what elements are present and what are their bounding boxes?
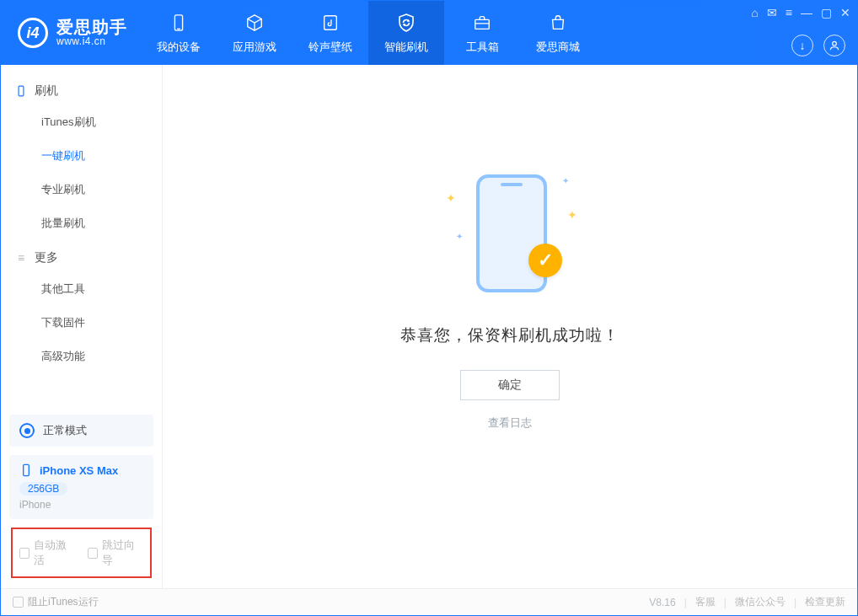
checkbox-skip-guide[interactable]: 跳过向导 bbox=[88, 538, 144, 568]
shirt-icon[interactable]: ⌂ bbox=[751, 6, 758, 19]
svg-rect-3 bbox=[475, 19, 490, 29]
device-name-row: iPhone XS Max bbox=[19, 463, 143, 477]
confirm-button[interactable]: 确定 bbox=[460, 370, 560, 400]
body: 刷机 iTunes刷机 一键刷机 专业刷机 批量刷机 ≡ 更多 其他工具 下载固… bbox=[1, 65, 857, 588]
sparkle-icon: ✦ bbox=[446, 191, 456, 205]
sidebar-scroll: 刷机 iTunes刷机 一键刷机 专业刷机 批量刷机 ≡ 更多 其他工具 下载固… bbox=[1, 65, 162, 406]
titlebar-controls: ⌂ ✉ ≡ — ▢ ✕ bbox=[751, 6, 850, 19]
checkbox-block-itunes[interactable]: 阻止iTunes运行 bbox=[13, 595, 99, 609]
tab-label: 爱思商城 bbox=[536, 40, 580, 55]
device-capacity-badge: 256GB bbox=[19, 482, 67, 495]
app-site: www.i4.cn bbox=[56, 36, 127, 47]
mode-label: 正常模式 bbox=[43, 423, 87, 438]
checkbox-icon bbox=[88, 548, 98, 559]
device-phone-icon bbox=[19, 463, 33, 477]
svg-rect-0 bbox=[174, 15, 182, 30]
tab-label: 我的设备 bbox=[157, 40, 201, 55]
tab-label: 铃声壁纸 bbox=[308, 40, 352, 55]
success-message: 恭喜您，保资料刷机成功啦！ bbox=[400, 324, 619, 346]
sparkle-icon: ✦ bbox=[562, 176, 569, 185]
logo-icon: i4 bbox=[18, 18, 48, 48]
device-card[interactable]: iPhone XS Max 256GB iPhone bbox=[9, 455, 153, 519]
cube-icon bbox=[243, 11, 266, 35]
footer-right: V8.16 | 客服 | 微信公众号 | 检查更新 bbox=[649, 595, 845, 609]
logo: i4 爱思助手 www.i4.cn bbox=[1, 1, 141, 65]
sidebar-group-more: ≡ 更多 bbox=[1, 240, 162, 272]
mode-indicator-icon bbox=[19, 423, 35, 438]
checkbox-icon bbox=[19, 548, 29, 559]
checkbox-icon bbox=[13, 597, 24, 608]
tab-store[interactable]: 爱思商城 bbox=[520, 1, 596, 65]
tab-label: 应用游戏 bbox=[233, 40, 276, 55]
view-log-link[interactable]: 查看日志 bbox=[488, 415, 532, 431]
check-badge-icon: ✓ bbox=[528, 244, 562, 277]
device-icon bbox=[167, 11, 190, 35]
sidebar-item-download-firmware[interactable]: 下载固件 bbox=[1, 306, 162, 340]
device-name: iPhone XS Max bbox=[40, 464, 118, 477]
sidebar-item-advanced[interactable]: 高级功能 bbox=[1, 340, 162, 373]
account-button[interactable] bbox=[823, 35, 845, 56]
tab-label: 工具箱 bbox=[466, 40, 499, 55]
sidebar-item-other-tools[interactable]: 其他工具 bbox=[1, 272, 162, 306]
phone-icon bbox=[14, 84, 28, 98]
separator: | bbox=[684, 597, 687, 608]
device-type: iPhone bbox=[19, 499, 143, 511]
header: i4 爱思助手 www.i4.cn 我的设备 应用游戏 铃声壁纸 智能刷机 bbox=[1, 1, 857, 65]
group-title: 刷机 bbox=[35, 83, 58, 99]
sidebar-item-pro-flash[interactable]: 专业刷机 bbox=[1, 173, 162, 206]
sidebar-bottom: 正常模式 iPhone XS Max 256GB iPhone 自动激活 bbox=[1, 406, 162, 588]
sidebar: 刷机 iTunes刷机 一键刷机 专业刷机 批量刷机 ≡ 更多 其他工具 下载固… bbox=[1, 65, 163, 588]
shield-refresh-icon bbox=[394, 11, 418, 35]
app-name: 爱思助手 bbox=[56, 18, 127, 36]
tab-smart-flash[interactable]: 智能刷机 bbox=[368, 1, 444, 65]
tab-toolbox[interactable]: 工具箱 bbox=[444, 1, 520, 65]
sidebar-item-itunes-flash[interactable]: iTunes刷机 bbox=[1, 105, 162, 139]
svg-rect-6 bbox=[24, 464, 29, 475]
main-panel: ✦ ✦ ✦ ✦ ✓ 恭喜您，保资料刷机成功啦！ 确定 查看日志 bbox=[163, 65, 857, 588]
minimize-button[interactable]: — bbox=[801, 6, 812, 19]
menu-lines-icon: ≡ bbox=[14, 251, 28, 265]
sparkle-icon: ✦ bbox=[456, 232, 463, 241]
tab-ringtone-wallpaper[interactable]: 铃声壁纸 bbox=[292, 1, 368, 65]
checkbox-label: 阻止iTunes运行 bbox=[28, 595, 99, 609]
header-actions: ↓ bbox=[791, 35, 845, 56]
sparkle-icon: ✦ bbox=[567, 208, 577, 222]
maximize-button[interactable]: ▢ bbox=[821, 6, 832, 19]
tab-label: 智能刷机 bbox=[384, 40, 428, 55]
toolbox-icon bbox=[470, 11, 494, 35]
sidebar-group-flash: 刷机 bbox=[1, 73, 162, 105]
svg-rect-5 bbox=[19, 86, 24, 96]
group-title: 更多 bbox=[35, 250, 58, 265]
checkbox-auto-activate[interactable]: 自动激活 bbox=[19, 538, 76, 568]
download-button[interactable]: ↓ bbox=[791, 35, 813, 56]
footer-link-update[interactable]: 检查更新 bbox=[805, 595, 845, 609]
separator: | bbox=[724, 597, 727, 608]
logo-text: 爱思助手 www.i4.cn bbox=[56, 18, 127, 47]
version-label: V8.16 bbox=[649, 597, 675, 608]
separator: | bbox=[794, 597, 796, 608]
close-button[interactable]: ✕ bbox=[840, 6, 850, 19]
checkbox-label: 自动激活 bbox=[34, 538, 75, 568]
footer: 阻止iTunes运行 V8.16 | 客服 | 微信公众号 | 检查更新 bbox=[1, 588, 857, 615]
options-row: 自动激活 跳过向导 bbox=[11, 528, 152, 578]
music-icon bbox=[319, 11, 342, 35]
svg-point-4 bbox=[833, 41, 837, 46]
footer-link-support[interactable]: 客服 bbox=[695, 595, 716, 609]
success-illustration: ✦ ✦ ✦ ✦ ✓ bbox=[442, 158, 577, 301]
bag-icon bbox=[546, 11, 570, 35]
mode-card[interactable]: 正常模式 bbox=[9, 415, 153, 447]
footer-link-wechat[interactable]: 微信公众号 bbox=[735, 595, 786, 609]
checkbox-label: 跳过向导 bbox=[102, 538, 143, 568]
tab-apps-games[interactable]: 应用游戏 bbox=[217, 1, 292, 65]
main-tabs: 我的设备 应用游戏 铃声壁纸 智能刷机 工具箱 爱思商城 bbox=[141, 1, 596, 65]
svg-rect-2 bbox=[324, 16, 337, 30]
sidebar-item-batch-flash[interactable]: 批量刷机 bbox=[1, 206, 162, 240]
feedback-icon[interactable]: ✉ bbox=[767, 6, 777, 19]
sidebar-item-oneclick-flash[interactable]: 一键刷机 bbox=[1, 139, 162, 173]
menu-icon[interactable]: ≡ bbox=[786, 6, 792, 19]
app-window: i4 爱思助手 www.i4.cn 我的设备 应用游戏 铃声壁纸 智能刷机 bbox=[0, 0, 858, 616]
tab-my-device[interactable]: 我的设备 bbox=[141, 1, 217, 65]
